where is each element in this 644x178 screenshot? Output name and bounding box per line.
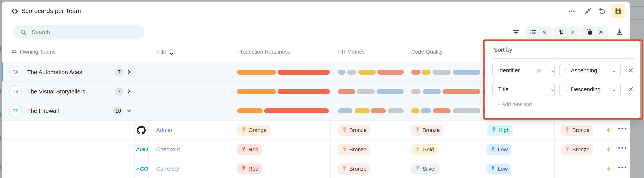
remove-sort-button-2[interactable] <box>627 86 635 93</box>
score-bar-segment-gray <box>433 70 450 75</box>
scorecard-bolt-icon <box>605 146 612 154</box>
column-header-code-quality[interactable]: Code Quality <box>411 49 443 55</box>
filter-icon <box>512 28 520 37</box>
entity-count-badge: 7 <box>115 88 124 95</box>
score-bar-segment-blue <box>338 108 352 113</box>
save-button[interactable] <box>611 4 626 18</box>
download-button[interactable] <box>614 27 624 38</box>
scorecard-bolt-icon <box>605 126 612 134</box>
search-input[interactable] <box>31 29 133 36</box>
sort-field-dropdown-2[interactable]: Title <box>492 83 555 96</box>
medal-icon <box>491 127 496 134</box>
scorecard-bolt-icon <box>605 165 612 173</box>
close-icon <box>628 67 634 74</box>
sort-field-value: Identifier <box>498 67 520 74</box>
entity-link[interactable]: Admin <box>156 127 172 133</box>
score-bar-segment-gray <box>348 70 356 75</box>
list-view-icon <box>530 29 536 36</box>
close-icon[interactable] <box>598 29 604 36</box>
scorecard-bolt-icon[interactable] <box>605 126 612 135</box>
medal-icon <box>241 127 246 134</box>
medal-icon <box>342 166 348 173</box>
more-options-button[interactable] <box>567 6 576 16</box>
chevron-right-icon[interactable] <box>126 89 132 95</box>
score-bar-segment-salmon <box>371 108 386 113</box>
medal-icon <box>241 146 246 153</box>
entity-row[interactable]: GOCheckoutRedBronzeGoldLowBronze <box>2 140 630 159</box>
score-bar-segment-gray <box>388 108 404 113</box>
go-icon: GO <box>137 146 148 153</box>
code-icon <box>10 7 19 16</box>
search-box[interactable] <box>12 25 145 39</box>
list-view-chip[interactable] <box>525 26 552 38</box>
score-bar-segment-red <box>278 89 330 94</box>
search-icon <box>20 28 27 36</box>
column-header-owning-teams[interactable]: Owning Teams <box>20 49 56 55</box>
scorecard-level-badge-code_quality: Silver <box>411 164 440 174</box>
score-bar-segment-salmon <box>377 70 404 75</box>
row-menu-icon[interactable] <box>618 128 626 129</box>
group-by-chip[interactable] <box>581 26 608 38</box>
filter-button[interactable] <box>511 27 521 38</box>
undo-icon <box>598 7 606 16</box>
team-name: The Automation Aces <box>27 69 82 76</box>
undo-button[interactable] <box>597 6 607 16</box>
grid-line <box>330 121 330 178</box>
score-bar-segment-blue <box>421 108 431 113</box>
team-avatar: TA <box>9 66 22 78</box>
titlebar: Scorecards per Team <box>2 1 630 19</box>
score-bar-segment-gray <box>357 89 375 94</box>
scorecard-level-badge-pr_metrics: Bronze <box>338 144 370 155</box>
score-bar-segment-gray <box>453 108 480 113</box>
score-bar-segment-orange <box>237 70 276 75</box>
github-icon <box>137 126 146 135</box>
sort-field-dropdown-1[interactable]: Identifier <box>492 64 555 77</box>
chevron-down-icon <box>612 69 617 75</box>
scorecard-level-badge-last: Bronze <box>561 125 593 136</box>
arrow-down-icon: ↓ <box>564 86 568 93</box>
score-bar-segment-blue <box>453 70 480 75</box>
close-icon[interactable] <box>542 29 547 36</box>
score-bar-segment-yellow <box>358 70 376 75</box>
page-scrim-left <box>0 0 2 178</box>
entity-count-badge: 10 <box>113 107 123 115</box>
medal-icon <box>342 127 348 134</box>
sort-direction-dropdown-1[interactable]: ↑ Ascending <box>560 64 621 77</box>
team-icon <box>10 48 18 56</box>
column-header-title[interactable]: Title <box>156 49 166 55</box>
add-new-sort-button[interactable]: + Add new sort <box>497 101 532 107</box>
entity-count-badge: 7 <box>115 68 124 76</box>
sort-direction-value: Descending <box>571 86 600 93</box>
entity-row[interactable]: AdminOrangeBronzeBronzeHighBronze <box>2 121 630 140</box>
entity-link[interactable]: Checkout <box>156 146 180 153</box>
row-menu-icon[interactable] <box>618 147 626 149</box>
sort-indicator-title[interactable] <box>169 48 174 56</box>
score-bar-segment-yellow <box>422 70 431 75</box>
group-by-icon <box>586 29 593 36</box>
score-bar-segment-orange <box>237 108 263 113</box>
entity-link[interactable]: Currency <box>156 166 179 172</box>
grid-line <box>554 121 555 178</box>
score-bar-segment-blue <box>338 70 346 75</box>
collapse-icon <box>584 7 592 16</box>
scorecard-level-badge-code_quality: Bronze <box>411 125 443 136</box>
column-header-pr-metrics[interactable]: PR Metrics <box>338 49 365 55</box>
remove-sort-button-1[interactable] <box>627 67 635 74</box>
chevron-right-icon[interactable] <box>126 69 132 76</box>
sort-chip[interactable] <box>553 26 580 38</box>
sort-direction-dropdown-2[interactable]: ↓ Descending <box>560 83 621 96</box>
chevron-down-icon[interactable] <box>126 108 132 114</box>
chevron-down-icon <box>550 69 555 75</box>
scorecard-level-badge-production_readiness: Orange <box>237 125 270 136</box>
sort-arrows-icon <box>558 29 565 36</box>
close-icon[interactable] <box>570 29 575 36</box>
collapse-button[interactable] <box>583 6 593 16</box>
entity-row[interactable]: GOCurrencyRedBronzeSilverLow <box>2 159 630 178</box>
scorecard-bolt-icon[interactable] <box>605 146 612 154</box>
scorecard-bolt-icon[interactable] <box>605 165 612 174</box>
row-menu-icon[interactable] <box>618 167 626 168</box>
column-header-production-readiness[interactable]: Production Readiness <box>237 49 290 55</box>
chevron-down-icon <box>612 88 617 94</box>
score-bar-segment-red <box>278 70 330 75</box>
hidden-eye-icon <box>536 68 542 75</box>
